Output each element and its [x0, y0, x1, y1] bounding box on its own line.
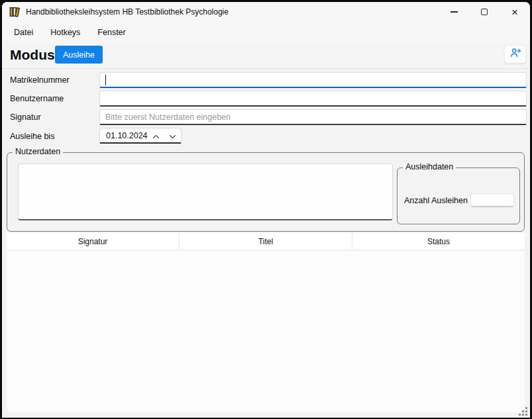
matrikelnummer-input[interactable]: [99, 72, 527, 88]
ausleihe-bis-label: Ausleihe bis: [10, 132, 54, 141]
spinner-up-button[interactable]: [148, 128, 164, 142]
maximize-button[interactable]: [469, 2, 500, 22]
chevron-up-icon: [152, 130, 160, 142]
column-header-signatur[interactable]: Signatur: [7, 233, 180, 250]
benutzername-label: Benutzername: [10, 94, 64, 103]
results-table-body: [7, 251, 525, 412]
modus-title: Modus: [10, 47, 55, 63]
ausleihdaten-groupbox: Ausleihdaten Anzahl Ausleihen: [397, 167, 520, 224]
date-value: 01.10.2024: [100, 131, 148, 140]
ausleihdaten-legend: Ausleihdaten: [403, 162, 456, 171]
anzahl-ausleihen-label: Anzahl Ausleihen: [404, 196, 468, 205]
menu-item-hotkeys[interactable]: Hotkeys: [45, 24, 85, 40]
signatur-label: Signatur: [10, 113, 41, 122]
resize-grip[interactable]: [525, 414, 527, 416]
results-table-header: Signatur Titel Status: [7, 233, 525, 250]
column-header-status[interactable]: Status: [352, 233, 525, 250]
column-header-titel[interactable]: Titel: [180, 233, 352, 250]
close-icon: ×: [511, 7, 518, 18]
anzahl-ausleihen-row: Anzahl Ausleihen: [404, 193, 514, 207]
ausleihe-bis-date-spinner[interactable]: 01.10.2024: [99, 128, 182, 144]
menu-item-datei[interactable]: Datei: [9, 24, 38, 40]
window-controls: ×: [439, 2, 530, 22]
books-icon: [9, 6, 21, 18]
person-add-icon: [509, 47, 521, 62]
ausleihe-mode-button[interactable]: Ausleihe: [55, 46, 103, 64]
benutzername-input[interactable]: [99, 91, 527, 107]
close-button[interactable]: ×: [500, 2, 530, 22]
text-caret: [105, 75, 106, 85]
menu-item-fenster[interactable]: Fenster: [92, 24, 131, 40]
chevron-down-icon: [169, 130, 176, 142]
minimize-icon: [451, 11, 458, 13]
title-bar: Handbibliotheksleihsystem HB Testbibliot…: [2, 2, 530, 22]
mode-header: Modus Ausleihe: [2, 42, 530, 69]
nutzerdaten-groupbox: Nutzerdaten Ausleihdaten Anzahl Ausleihe…: [7, 152, 525, 232]
signatur-input[interactable]: [99, 109, 527, 125]
matrikelnummer-label: Matrikelnummer: [10, 75, 70, 85]
spinner-down-button[interactable]: [164, 128, 181, 142]
add-user-button[interactable]: [504, 45, 526, 64]
app-window: Handbibliotheksleihsystem HB Testbibliot…: [2, 2, 530, 418]
anzahl-ausleihen-input[interactable]: [470, 193, 514, 207]
menu-bar: Datei Hotkeys Fenster: [2, 22, 530, 42]
minimize-button[interactable]: [439, 2, 469, 22]
maximize-icon: [481, 9, 488, 15]
nutzerdaten-textarea[interactable]: [18, 163, 393, 220]
nutzerdaten-legend: Nutzerdaten: [13, 147, 63, 156]
window-title: Handbibliotheksleihsystem HB Testbibliot…: [26, 7, 229, 17]
